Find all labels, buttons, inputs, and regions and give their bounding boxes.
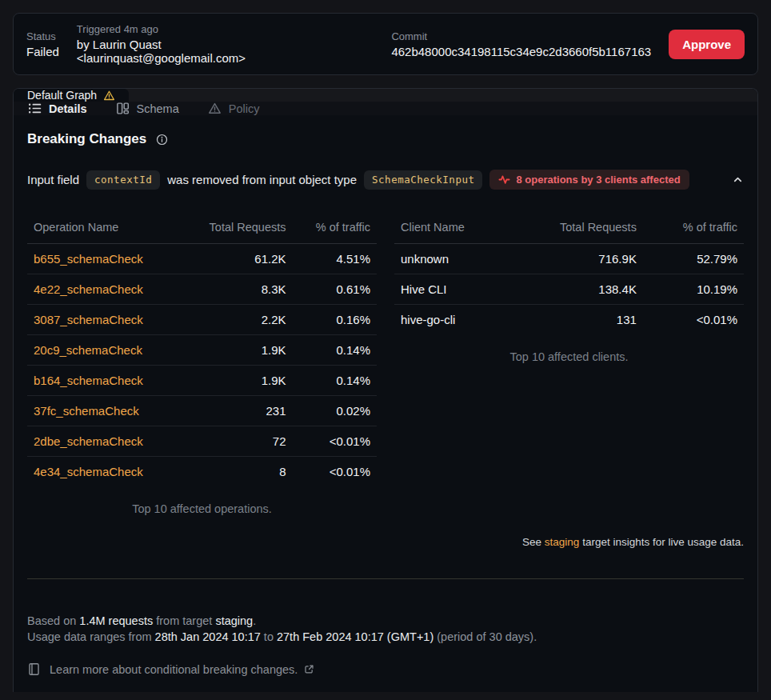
requests-cell: 1.9K — [180, 335, 292, 366]
target-name: staging — [215, 614, 253, 627]
operation-link[interactable]: 37fc_schemaCheck — [34, 404, 139, 418]
operations-table-container: Operation Name Total Requests % of traff… — [27, 214, 377, 515]
insights-suffix: target insights for live usage data. — [579, 536, 744, 548]
table-row: b164_schemaCheck 1.9K 0.14% — [27, 366, 377, 396]
operation-link[interactable]: 4e22_schemaCheck — [34, 282, 143, 296]
requests-cell: 8 — [180, 457, 292, 487]
breaking-change-row[interactable]: Input field contextId was removed from i… — [27, 170, 744, 190]
operation-link[interactable]: 4e34_schemaCheck — [34, 465, 143, 478]
range-to-text: to — [261, 630, 277, 643]
table-row: 37fc_schemaCheck 231 0.02% — [27, 396, 377, 426]
check-summary-bar: Status Failed Triggered 4m ago by Laurin… — [13, 13, 758, 75]
status-label: Status — [26, 30, 59, 42]
table-row: b655_schemaCheck 61.2K 4.51% — [27, 244, 377, 274]
operations-table-caption: Top 10 affected operations. — [27, 502, 377, 515]
traffic-cell: 0.16% — [293, 305, 378, 335]
operations-table: Operation Name Total Requests % of traff… — [27, 214, 377, 486]
tab-details-label: Details — [49, 102, 87, 115]
triggered-author: by Laurin Quast <laurinquast@googlemail.… — [77, 38, 317, 65]
tab-details[interactable]: Details — [28, 102, 87, 115]
clients-table: Client Name Total Requests % of traffic … — [394, 214, 744, 334]
client-name-cell: hive-go-cli — [394, 305, 509, 335]
usage-range-line: Usage data ranges from 28th Jan 2024 10:… — [27, 629, 744, 645]
from-target-text: from target — [153, 614, 215, 627]
clients-table-container: Client Name Total Requests % of traffic … — [394, 214, 744, 363]
table-row: 4e22_schemaCheck 8.3K 0.61% — [27, 274, 377, 305]
operation-link[interactable]: 3087_schemaCheck — [34, 313, 143, 326]
client-name-cell: unknown — [394, 244, 509, 274]
chevron-up-icon[interactable] — [732, 174, 744, 186]
change-text-middle: was removed from input object type — [167, 173, 357, 186]
triggered-label: Triggered 4m ago — [77, 23, 317, 35]
commit-label: Commit — [391, 30, 651, 42]
staging-target-link[interactable]: staging — [545, 536, 580, 548]
approve-button[interactable]: Approve — [669, 30, 745, 59]
traffic-cell: <0.01% — [293, 457, 378, 487]
schema-icon — [116, 102, 130, 115]
tab-schema[interactable]: Schema — [116, 102, 179, 115]
operation-link[interactable]: 2dbe_schemaCheck — [34, 434, 143, 448]
client-name-cell: Hive CLI — [394, 274, 509, 305]
table-row: Hive CLI 138.4K 10.19% — [394, 274, 744, 305]
traffic-cell: 4.51% — [293, 244, 378, 274]
requests-cell: 2.2K — [180, 305, 292, 335]
graph-tab-label: Default Graph — [27, 89, 97, 102]
traffic-cell: <0.01% — [293, 426, 378, 457]
learn-more-link[interactable]: Learn more about conditional breaking ch… — [27, 662, 314, 676]
operation-link[interactable]: b655_schemaCheck — [34, 252, 143, 266]
details-content: Breaking Changes Input field contextId w… — [14, 115, 757, 692]
traffic-cell: <0.01% — [643, 305, 744, 335]
warning-triangle-icon — [103, 90, 115, 102]
table-row: 2dbe_schemaCheck 72 <0.01% — [27, 426, 377, 457]
field-code-chip: contextId — [86, 170, 160, 190]
breaking-changes-title: Breaking Changes — [27, 131, 744, 147]
requests-cell: 131 — [509, 305, 643, 335]
info-icon[interactable] — [156, 134, 168, 146]
commit-hash: 462b48000c34198115c34e9c2d3660f5b1167163 — [391, 45, 651, 58]
based-on-line: Based on 1.4M requests from target stagi… — [27, 613, 744, 629]
table-row: unknown 716.9K 52.79% — [394, 244, 744, 274]
table-row: 20c9_schemaCheck 1.9K 0.14% — [27, 335, 377, 366]
tab-default-graph[interactable]: Default Graph — [14, 89, 129, 102]
insights-prefix: See — [522, 536, 545, 548]
usage-summary: Based on 1.4M requests from target stagi… — [27, 613, 744, 645]
requests-cell: 716.9K — [509, 244, 643, 274]
traffic-cell: 10.19% — [643, 274, 744, 305]
affected-operations-badge: 8 operations by 3 clients affected — [489, 170, 689, 190]
book-icon — [27, 662, 41, 676]
tab-schema-label: Schema — [137, 102, 179, 115]
breaking-changes-text: Breaking Changes — [27, 131, 146, 147]
traffic-cell: 0.14% — [293, 335, 378, 366]
tab-policy[interactable]: Policy — [208, 102, 260, 115]
col-client-name: Client Name — [394, 214, 509, 244]
status-group: Status Failed — [26, 30, 59, 58]
operation-link[interactable]: b164_schemaCheck — [34, 374, 143, 387]
status-value: Failed — [26, 45, 59, 58]
external-link-icon — [304, 664, 314, 674]
traffic-cell: 0.61% — [293, 274, 378, 305]
based-prefix: Based on — [27, 614, 79, 627]
period-dot: . — [253, 614, 256, 627]
learn-more-text: Learn more about conditional breaking ch… — [50, 663, 298, 676]
operation-link[interactable]: 20c9_schemaCheck — [34, 343, 142, 357]
traffic-cell: 0.02% — [293, 396, 378, 426]
activity-pulse-icon — [498, 174, 510, 186]
request-count: 1.4M requests — [79, 614, 153, 627]
traffic-cell: 0.14% — [293, 366, 378, 396]
col-total-requests: Total Requests — [180, 214, 292, 244]
table-header-row: Client Name Total Requests % of traffic — [394, 214, 744, 244]
commit-group: Commit 462b48000c34198115c34e9c2d3660f5b… — [391, 30, 651, 58]
warning-icon — [208, 102, 222, 115]
requests-cell: 1.9K — [180, 366, 292, 396]
list-icon — [28, 102, 42, 115]
tab-policy-label: Policy — [229, 102, 260, 115]
col-operation-name: Operation Name — [27, 214, 180, 244]
requests-cell: 231 — [180, 396, 292, 426]
triggered-group: Triggered 4m ago by Laurin Quast <laurin… — [77, 23, 317, 65]
col-total-requests: Total Requests — [509, 214, 643, 244]
table-row: hive-go-cli 131 <0.01% — [394, 305, 744, 335]
type-code-chip: SchemaCheckInput — [364, 170, 482, 190]
subtab-bar: Details Schema Policy — [14, 102, 757, 115]
check-detail-panel: Default Graph Details — [13, 88, 758, 692]
insights-note: See staging target insights for live usa… — [27, 536, 744, 548]
